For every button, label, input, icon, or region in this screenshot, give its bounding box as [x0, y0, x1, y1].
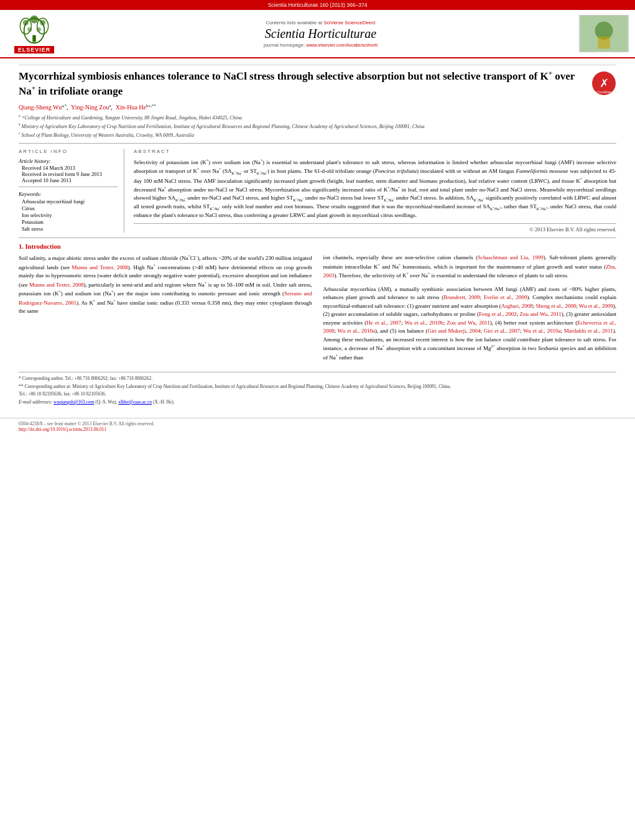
introduction-section: 1. Introduction Soil salinity, a major a… — [19, 238, 616, 367]
bottom-bar: 0304-4238/$ – see front matter © 2013 El… — [0, 418, 635, 435]
ref-zou-wu-2011[interactable]: Zou and Wu, 2011 — [447, 320, 489, 326]
article-title: Mycorrhizal symbiosis enhances tolerance… — [19, 68, 591, 98]
svg-point-4 — [30, 16, 39, 24]
ref-giri-2007[interactable]: Giri et al., 2007 — [484, 328, 520, 334]
accepted-date: Accepted 10 June 2013 — [22, 177, 118, 183]
ref-evelin-2009[interactable]: Evelin et al., 2009 — [484, 294, 527, 300]
svg-point-6 — [40, 20, 45, 25]
elsevier-logo: ELSEVIER — [6, 14, 62, 53]
issn-line: 0304-4238/$ – see front matter © 2013 El… — [19, 421, 616, 427]
author-zou[interactable]: Ying-Ning Zou — [71, 104, 109, 111]
footnotes: * Corresponding author. Tel.: +86 716 80… — [19, 372, 616, 405]
svg-rect-0 — [32, 35, 35, 42]
ref-he-2007[interactable]: He et al., 2007 — [366, 320, 401, 326]
ref-munns-2008a[interactable]: Munns and Tester, 2008 — [72, 264, 128, 270]
revised-date: Received in revised form 9 June 2013 — [22, 171, 118, 177]
article-info-col: ARTICLE INFO Article history: Received 1… — [19, 149, 124, 233]
kw-amf: Arbuscular mycorrhizal fungi — [22, 198, 118, 205]
article-info-heading: ARTICLE INFO — [19, 149, 118, 154]
article-title-section: Mycorrhizal symbiosis enhances tolerance… — [19, 65, 616, 98]
keywords-label: Keywords: — [19, 191, 118, 197]
elsevier-label: ELSEVIER — [14, 46, 55, 53]
ref-mardukhi-2011[interactable]: Mardukhi et al., 2011 — [564, 328, 613, 334]
ref-feng-2002[interactable]: Feng et al., 2002 — [479, 311, 517, 317]
svg-point-5 — [23, 20, 29, 25]
journal-center-header: Contents lists available at SciVerse Sci… — [62, 20, 579, 48]
doi-line: http://dx.doi.org/10.1016/j.scienta.2013… — [19, 427, 616, 432]
journal-right-logo — [579, 15, 629, 52]
journal-title: Scientia Horticulturae — [62, 27, 579, 41]
ref-munns-2008b[interactable]: Munns and Tester, 2008 — [29, 282, 83, 288]
ref-serrano-2001[interactable]: Serrano and Rodriguez-Navarro, 2001 — [19, 290, 312, 306]
ref-wu-2010b[interactable]: Wu et al., 2010b — [404, 320, 443, 326]
kw-ion: Ion selectivity — [22, 212, 118, 218]
intro-col-right: ion channels, especially these are non-s… — [323, 254, 617, 367]
doi-link[interactable]: http://dx.doi.org/10.1016/j.scienta.2013… — [19, 427, 106, 432]
intro-col-left: Soil salinity, a major abiotic stress un… — [19, 254, 312, 367]
authors-line: Qiang-Sheng Wua,*, Ying-Ning Zoua, Xin-H… — [19, 103, 616, 111]
history-label: Article history: — [19, 158, 118, 164]
ref-giri-2004[interactable]: Giri and Mukerji, 2004 — [428, 328, 481, 334]
intro-title: 1. Introduction — [19, 243, 616, 250]
ref-schaschtman-1999[interactable]: Schaschtman and Liu, 1999 — [478, 254, 544, 261]
kw-potassium: Potassium — [22, 219, 118, 225]
svg-rect-11 — [598, 37, 610, 48]
author-wu[interactable]: Qiang-Sheng Wu — [19, 104, 62, 111]
journal-citation-bar: Scientia Horticulturae 160 (2013) 366–37… — [0, 0, 635, 10]
article-history: Article history: Received 14 March 2013 … — [19, 158, 118, 183]
elsevier-tree-icon — [16, 14, 53, 45]
ref-zhu-2003[interactable]: Zhu, 2003 — [323, 264, 617, 279]
sciverse-link[interactable]: SciVerse ScienceDirect — [323, 20, 375, 25]
content-available-line: Contents lists available at SciVerse Sci… — [62, 20, 579, 25]
affil-c: c School of Plant Biology, University of… — [19, 131, 616, 139]
journal-cover-image — [580, 16, 628, 52]
kw-citrus: Citrus — [22, 205, 118, 211]
footnote-tel: Tel.: +86 10 82105636; fax: +86 10 82105… — [19, 391, 616, 398]
svg-text:✗: ✗ — [600, 77, 609, 90]
copyright-line: © 2013 Elsevier B.V. All rights reserved… — [134, 223, 616, 233]
ref-asghari-2008[interactable]: Asghari, 2008 — [501, 303, 533, 309]
abstract-col: ABSTRACT Selectivity of potassium ion (K… — [134, 149, 616, 233]
journal-citation: Scientia Horticulturae 160 (2013) 366–37… — [268, 2, 368, 8]
ref-wu-2009[interactable]: Wu et al., 2009 — [579, 303, 613, 309]
received-date: Received 14 March 2013 — [22, 165, 118, 171]
footnote-2: ** Corresponding author at: Ministry of … — [19, 384, 616, 390]
intro-para-3: Arbuscular mycorrhiza (AM), a mutually s… — [323, 285, 617, 362]
ref-wu-2010a[interactable]: Wu et al., 2010a — [338, 328, 375, 334]
ref-sheng-2008[interactable]: Sheng et al., 2008 — [535, 303, 576, 309]
ref-zou-2011[interactable]: Zou and Wu, 2011 — [520, 311, 562, 317]
abstract-heading: ABSTRACT — [134, 149, 616, 154]
email-wu[interactable]: wuqiangsh@163.com — [53, 399, 94, 405]
footnote-email: E-mail addresses: wuqiangsh@163.com (Q.-… — [19, 399, 616, 406]
footnote-1: * Corresponding author. Tel.: +86 716 80… — [19, 376, 616, 382]
article-info-abstract: ARTICLE INFO Article history: Received 1… — [19, 143, 616, 233]
affil-b: b Ministry of Agriculture Key Laboratory… — [19, 122, 616, 130]
main-content: Mycorrhizal symbiosis enhances tolerance… — [0, 58, 635, 413]
svg-point-7 — [27, 27, 32, 32]
svg-point-8 — [37, 27, 41, 32]
intro-body: Soil salinity, a major abiotic stress un… — [19, 254, 616, 367]
author-he[interactable]: Xin-Hua He — [116, 104, 146, 111]
affiliations: a ᵃ College of Horticulture and Gardenin… — [19, 114, 616, 139]
journal-homepage-line: journal homepage: www.elsevier.com/locat… — [62, 42, 579, 48]
divider — [19, 187, 118, 187]
abstract-text: Selectivity of potassium ion (K+) over s… — [134, 158, 616, 219]
journal-header: ELSEVIER Contents lists available at Sci… — [0, 10, 635, 58]
intro-para-1: Soil salinity, a major abiotic stress un… — [19, 254, 312, 316]
crossmark-icon: ✗ CrossMark — [591, 71, 616, 96]
affil-a: a ᵃ College of Horticulture and Gardenin… — [19, 114, 616, 121]
journal-url[interactable]: www.elsevier.com/locate/scihorti — [306, 42, 378, 48]
svg-text:CrossMark: CrossMark — [596, 90, 612, 94]
intro-para-2: ion channels, especially these are non-s… — [323, 254, 617, 280]
ref-wu-2010a-2[interactable]: Wu et al., 2010a — [523, 328, 560, 334]
kw-salt: Salt stress — [22, 226, 118, 232]
email-he[interactable]: xlhhe@caas.ac.cn — [118, 399, 152, 405]
ref-brundrett-2009[interactable]: Brundrett, 2009 — [443, 294, 480, 300]
